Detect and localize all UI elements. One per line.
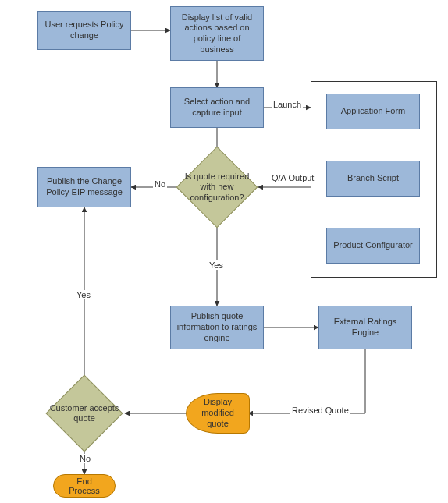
node-label: Display modified quote: [191, 397, 244, 429]
edge-label-revised-quote: Revised Quote: [290, 406, 350, 415]
node-publish-quote: Publish quote information to ratings eng…: [170, 306, 264, 349]
node-label: Customer accepts quote: [48, 403, 121, 423]
edge-label-no-1: No: [153, 179, 167, 189]
node-product-configurator: Product Configurator: [326, 228, 420, 264]
node-customer-accepts: Customer accepts quote: [44, 381, 125, 446]
edge-label-yes-1: Yes: [208, 260, 225, 270]
edge-label-no-2: No: [78, 454, 92, 463]
edge-label-launch: Launch: [272, 100, 303, 109]
node-quote-required: Is quote required with new configuration…: [176, 153, 258, 221]
edge-label-qa-output: Q/A Output: [270, 173, 315, 182]
node-publish-eip: Publish the Change Policy EIP message: [37, 167, 131, 207]
node-label: End Process: [60, 476, 108, 495]
node-label: Select action and capture input: [176, 97, 258, 119]
node-external-engine: External Ratings Engine: [318, 306, 412, 349]
node-label: Product Configurator: [333, 240, 413, 251]
node-select-action: Select action and capture input: [170, 87, 264, 128]
node-label: User requests Policy change: [43, 19, 126, 41]
node-label: Publish quote information to ratings eng…: [176, 311, 258, 343]
node-display-quote: Display modified quote: [186, 393, 250, 434]
flowchart-canvas: User requests Policy change Display list…: [0, 0, 448, 503]
node-application-form: Application Form: [326, 94, 420, 129]
node-label: Display list of valid actions based on p…: [176, 12, 258, 55]
node-label: Application Form: [341, 106, 406, 117]
node-label: Branch Script: [347, 173, 399, 184]
node-end-process: End Process: [53, 474, 116, 498]
node-display-list: Display list of valid actions based on p…: [170, 6, 264, 61]
node-branch-script: Branch Script: [326, 161, 420, 197]
edge-label-yes-2: Yes: [75, 290, 92, 299]
node-label: Is quote required with new configuration…: [180, 172, 254, 203]
node-label: Publish the Change Policy EIP message: [43, 176, 126, 198]
node-user-requests: User requests Policy change: [37, 11, 131, 50]
node-label: External Ratings Engine: [324, 317, 407, 338]
